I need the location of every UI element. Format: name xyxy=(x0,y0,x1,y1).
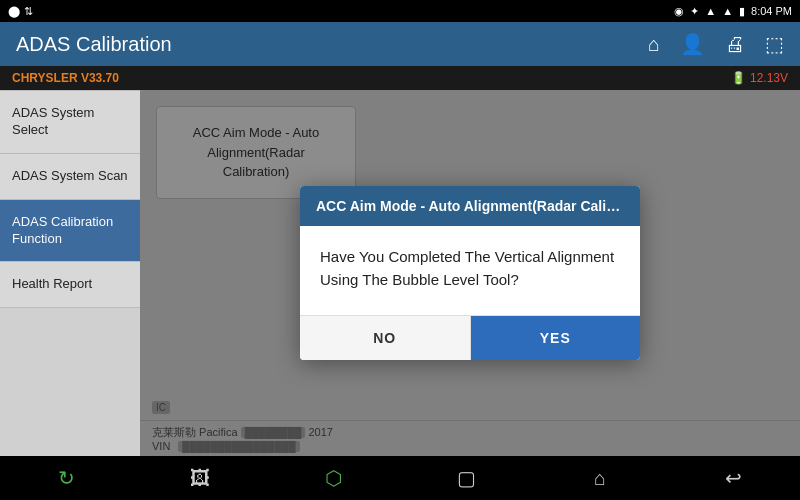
content-area: ACC Aim Mode - Auto Alignment(Radar Cali… xyxy=(140,90,800,456)
vehicle-bar: CHRYSLER V33.70 🔋 12.13V xyxy=(0,66,800,90)
dialog-header: ACC Aim Mode - Auto Alignment(Radar Cali… xyxy=(300,186,640,226)
print-bottom-icon[interactable]: ⬡ xyxy=(311,456,355,500)
square-icon[interactable]: ▢ xyxy=(445,456,489,500)
sidebar-item-adas-calibration-function[interactable]: ADAS Calibration Function xyxy=(0,200,140,263)
dialog-buttons: NO YES xyxy=(300,315,640,360)
signal-icon: ▲ xyxy=(705,5,716,17)
battery-voltage: 12.13V xyxy=(750,71,788,85)
print-icon[interactable]: 🖨 xyxy=(725,33,745,56)
battery-status-icon: 🔋 xyxy=(731,71,746,85)
status-bar-left: ⬤ ⇅ xyxy=(8,5,33,18)
refresh-icon[interactable]: ↻ xyxy=(45,456,89,500)
status-bar: ⬤ ⇅ ◉ ✦ ▲ ▲ ▮ 8:04 PM xyxy=(0,0,800,22)
time-display: 8:04 PM xyxy=(751,5,792,17)
image-icon[interactable]: 🖼 xyxy=(178,456,222,500)
dialog-body: Have You Completed The Vertical Alignmen… xyxy=(300,226,640,315)
bluetooth-icon: ✦ xyxy=(690,5,699,18)
battery-icon: ▮ xyxy=(739,5,745,18)
sidebar-item-adas-system-scan[interactable]: ADAS System Scan xyxy=(0,154,140,200)
sidebar: ADAS System Select ADAS System Scan ADAS… xyxy=(0,90,140,456)
exit-icon[interactable]: ⬚ xyxy=(765,32,784,56)
wifi-icon: ▲ xyxy=(722,5,733,17)
no-button[interactable]: NO xyxy=(300,316,471,360)
battery-info: 🔋 12.13V xyxy=(731,71,788,85)
title-bar: ADAS Calibration ⌂ 👤 🖨 ⬚ xyxy=(0,22,800,66)
dialog: ACC Aim Mode - Auto Alignment(Radar Cali… xyxy=(300,186,640,360)
main-content: ADAS System Select ADAS System Scan ADAS… xyxy=(0,90,800,456)
android-icon: ⬤ xyxy=(8,5,20,18)
dialog-overlay: ACC Aim Mode - Auto Alignment(Radar Cali… xyxy=(140,90,800,456)
app-title: ADAS Calibration xyxy=(16,33,172,56)
home-icon[interactable]: ⌂ xyxy=(648,33,660,56)
bottom-nav-bar: ↻ 🖼 ⬡ ▢ ⌂ ↩ xyxy=(0,456,800,500)
title-bar-icons: ⌂ 👤 🖨 ⬚ xyxy=(648,32,784,56)
home-bottom-icon[interactable]: ⌂ xyxy=(578,456,622,500)
usb-icon: ⇅ xyxy=(24,5,33,18)
location-icon: ◉ xyxy=(674,5,684,18)
sidebar-item-adas-system-select[interactable]: ADAS System Select xyxy=(0,90,140,154)
sidebar-item-health-report[interactable]: Health Report xyxy=(0,262,140,308)
yes-button[interactable]: YES xyxy=(471,316,641,360)
status-bar-right: ◉ ✦ ▲ ▲ ▮ 8:04 PM xyxy=(674,5,792,18)
person-icon[interactable]: 👤 xyxy=(680,32,705,56)
back-icon[interactable]: ↩ xyxy=(711,456,755,500)
vehicle-name: CHRYSLER V33.70 xyxy=(12,71,119,85)
